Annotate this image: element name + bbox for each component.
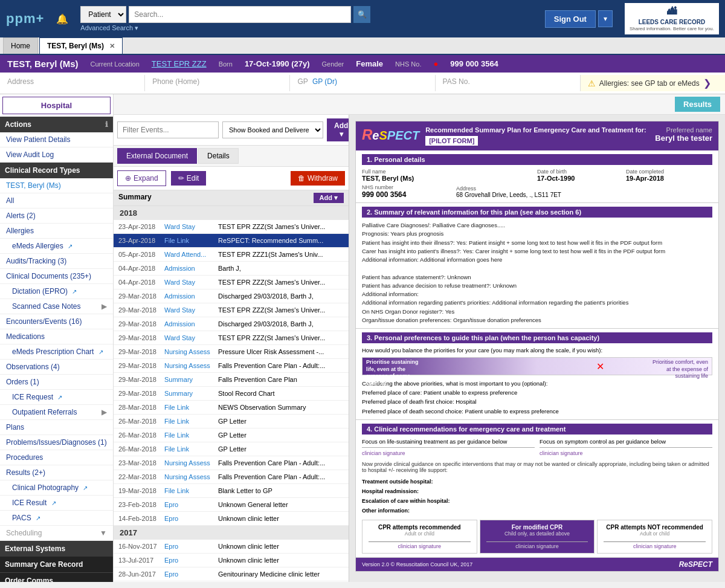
withdraw-button[interactable]: 🗑 Withdraw bbox=[291, 171, 345, 186]
table-row[interactable]: 29-Mar-2018 Nursing Assess Falls Prevent… bbox=[114, 359, 349, 373]
content-area: Results Show Booked and Delivere Add ▾ E… bbox=[114, 94, 725, 582]
advanced-search-link[interactable]: Advanced Search ▾ bbox=[80, 24, 138, 32]
sidebar-item-patient-name[interactable]: TEST, Beryl (Ms) bbox=[0, 178, 113, 193]
table-row[interactable]: 29-Mar-2018 Summary Falls Prevention Car… bbox=[114, 373, 349, 387]
table-row[interactable]: 28-Jun-2017 Epro Genitourinary Medicine … bbox=[114, 567, 349, 581]
tab-patient[interactable]: TEST, Beryl (Ms) ✕ bbox=[39, 37, 123, 54]
sidebar-item-outpatient[interactable]: Outpatient Referrals ▶ bbox=[0, 405, 113, 420]
pas-field[interactable]: PAS No. bbox=[436, 75, 581, 91]
sidebar-item-photography[interactable]: Clinical Photography ↗ bbox=[0, 480, 113, 496]
tab-close-icon[interactable]: ✕ bbox=[109, 42, 115, 50]
sidebar-item-problems[interactable]: Problems/Issues/Diagnoses (1) bbox=[0, 435, 113, 450]
table-row[interactable]: 19-Mar-2018 File Link Blank Letter to GP bbox=[114, 484, 349, 498]
table-row[interactable]: 14-Feb-2018 Epro Unknown clinic letter bbox=[114, 512, 349, 526]
sidebar-item-emeds-prescription[interactable]: eMeds Prescription Chart ↗ bbox=[0, 344, 113, 360]
leeds-tagline: Shared information. Better care for you. bbox=[630, 26, 714, 32]
table-row[interactable]: 29-Mar-2018 Admission Discharged 29/03/2… bbox=[114, 317, 349, 331]
leeds-logo: 🏙 LEEDS CARE RECORD Shared information. … bbox=[625, 3, 719, 34]
table-row[interactable]: 04-Apr-2018 Admission Barth J, bbox=[114, 262, 349, 276]
sidebar-item-scanned-notes[interactable]: Scanned Case Notes ▶ bbox=[0, 299, 113, 314]
tab-home[interactable]: Home bbox=[3, 37, 38, 54]
sidebar-item-emeds-allergies[interactable]: eMeds Allergies ↗ bbox=[0, 239, 113, 254]
allergies-expand-icon[interactable]: ❯ bbox=[703, 77, 711, 89]
cpr-box-not-recommended: CPR attempts NOT recommended Adult or ch… bbox=[597, 520, 712, 554]
table-row[interactable]: 23-Apr-2018 File Link ReSPECT: Recommend… bbox=[114, 234, 349, 248]
sidebar-item-procedures[interactable]: Procedures bbox=[0, 450, 113, 465]
table-row[interactable]: 29-Mar-2018 Ward Stay TEST EPR ZZZ(St Ja… bbox=[114, 331, 349, 345]
sidebar-item-clinical-docs[interactable]: Clinical Documents (235+) bbox=[0, 269, 113, 284]
table-row[interactable]: 26-Mar-2018 File Link GP Letter bbox=[114, 428, 349, 442]
sidebar-item-encounters[interactable]: Encounters/Events (16) bbox=[0, 314, 113, 329]
search-type-select[interactable]: Patient bbox=[80, 6, 126, 23]
sign-out-dropdown-button[interactable]: ▾ bbox=[598, 10, 613, 27]
sidebar-item-all[interactable]: All bbox=[0, 193, 113, 208]
sidebar-order-comms[interactable]: Order Comms bbox=[0, 573, 113, 582]
edit-button[interactable]: ✏ Edit bbox=[171, 171, 207, 186]
cpr-sig-3 bbox=[604, 541, 706, 542]
table-row[interactable]: 05-Apr-2018 Ward Attend... TEST EPR ZZZ1… bbox=[114, 248, 349, 262]
sidebar-item-allergies[interactable]: Allergies bbox=[0, 224, 113, 239]
results-button[interactable]: Results bbox=[675, 97, 720, 112]
cpr-box-modified: For modified CPR Child only, as detailed… bbox=[480, 520, 595, 554]
clinical-grid: Focus on life-sustaining treatment as pe… bbox=[362, 438, 712, 456]
full-name-field: Full name TEST, Beryl (Ms) bbox=[362, 169, 535, 182]
table-row[interactable]: 23-Feb-2018 Epro Unknown General letter bbox=[114, 498, 349, 512]
phone-field[interactable]: Phone (Home) bbox=[145, 75, 290, 91]
table-row[interactable]: 29-Mar-2018 Ward Stay TEST EPR ZZZ(St Ja… bbox=[114, 303, 349, 317]
table-row[interactable]: 28-Mar-2018 File Link NEWS Observation S… bbox=[114, 401, 349, 415]
section1-title: 1. Personal details bbox=[362, 154, 712, 165]
sidebar-item-observations[interactable]: Observations (4) bbox=[0, 360, 113, 375]
table-row[interactable]: 23-Apr-2018 Ward Stay TEST EPR ZZZ(St Ja… bbox=[114, 220, 349, 234]
tab-details[interactable]: Details bbox=[198, 148, 239, 164]
cpr-sig-1 bbox=[369, 541, 471, 542]
table-row[interactable]: 29-Mar-2018 Admission Discharged 29/03/2… bbox=[114, 289, 349, 303]
sidebar-item-orders[interactable]: Orders (1) bbox=[0, 375, 113, 390]
sidebar-item-ice-request[interactable]: ICE Request ↗ bbox=[0, 390, 113, 405]
sidebar-item-alerts[interactable]: Alerts (2) bbox=[0, 208, 113, 224]
table-row[interactable]: 23-Mar-2018 Nursing Assess Falls Prevent… bbox=[114, 456, 349, 470]
tab-external-document[interactable]: External Document bbox=[117, 148, 197, 164]
table-row[interactable]: 29-Mar-2018 Summary Stool Record Chart bbox=[114, 387, 349, 401]
address-field[interactable]: Address bbox=[0, 75, 145, 91]
table-row[interactable]: 13-Jul-2017 Epro Unknown clinic letter bbox=[114, 554, 349, 567]
sidebar-item-results[interactable]: Results (2+) bbox=[0, 465, 113, 480]
add-button[interactable]: Add ▾ bbox=[327, 118, 349, 141]
sidebar-item-dictation[interactable]: Dictation (EPRO) ↗ bbox=[0, 284, 113, 299]
patient-location[interactable]: TEST EPR ZZZ bbox=[152, 59, 207, 68]
sidebar-item-plans[interactable]: Plans bbox=[0, 420, 113, 435]
ext-link-emeds-icon: ↗ bbox=[98, 349, 103, 355]
patient-name: TEST, Beryl (Ms) bbox=[7, 59, 79, 69]
hospital-button[interactable]: Hospital bbox=[2, 97, 111, 114]
action-bar: ⊕ Expand ✏ Edit 🗑 Withdraw bbox=[114, 167, 349, 190]
table-row[interactable]: 16-Nov-2017 Epro Unknown clinic letter bbox=[114, 540, 349, 554]
table-row[interactable]: 04-Apr-2018 Ward Stay TEST EPR ZZZ(St Ja… bbox=[114, 276, 349, 289]
search-area: Patient 🔍 Advanced Search ▾ bbox=[80, 6, 370, 32]
sidebar-summary-care-record[interactable]: Summary Care Record bbox=[0, 557, 113, 573]
expand-button[interactable]: ⊕ Expand bbox=[117, 170, 166, 186]
table-row[interactable]: 14-Jun-2017 Epro Unknown clinic letter bbox=[114, 581, 349, 582]
show-filter-select[interactable]: Show Booked and Delivere bbox=[222, 121, 323, 138]
sidebar-item-scheduling[interactable]: Scheduling ▼ bbox=[0, 526, 113, 541]
add-summary-button[interactable]: Add ▾ bbox=[314, 193, 344, 203]
sidebar-item-medications[interactable]: Medications bbox=[0, 329, 113, 344]
sidebar-item-view-patient[interactable]: View Patient Details bbox=[0, 132, 113, 147]
sidebar-item-pacs[interactable]: PACS ↗ bbox=[0, 511, 113, 526]
filter-events-input[interactable] bbox=[117, 121, 219, 138]
table-row[interactable]: 22-Mar-2018 Nursing Assess Falls Prevent… bbox=[114, 470, 349, 484]
main-layout: Hospital Actions ℹ View Patient Details … bbox=[0, 94, 725, 582]
search-input[interactable] bbox=[129, 6, 351, 23]
actions-header[interactable]: Actions ℹ bbox=[0, 117, 113, 132]
table-row[interactable]: 26-Mar-2018 File Link GP Letter bbox=[114, 415, 349, 428]
clinical-records-header[interactable]: Clinical Record Types bbox=[0, 163, 113, 178]
table-row[interactable]: 26-Mar-2018 File Link GP Letter bbox=[114, 442, 349, 456]
notifications-icon[interactable]: 🔔 bbox=[56, 13, 68, 25]
sign-out-button[interactable]: Sign Out bbox=[545, 10, 596, 28]
sidebar-item-audit-log[interactable]: View Audit Log bbox=[0, 147, 113, 163]
actions-info-icon: ℹ bbox=[105, 120, 108, 129]
document-scroll-area[interactable]: ReSPECT Recommended Summary Plan for Eme… bbox=[349, 115, 725, 582]
sidebar-external-systems[interactable]: External Systems bbox=[0, 541, 113, 557]
sidebar-item-audits[interactable]: Audits/Tracking (3) bbox=[0, 254, 113, 269]
search-button[interactable]: 🔍 bbox=[353, 6, 370, 23]
sidebar-item-ice-result[interactable]: ICE Result ↗ bbox=[0, 496, 113, 511]
table-row[interactable]: 29-Mar-2018 Nursing Assess Pressure Ulce… bbox=[114, 345, 349, 359]
